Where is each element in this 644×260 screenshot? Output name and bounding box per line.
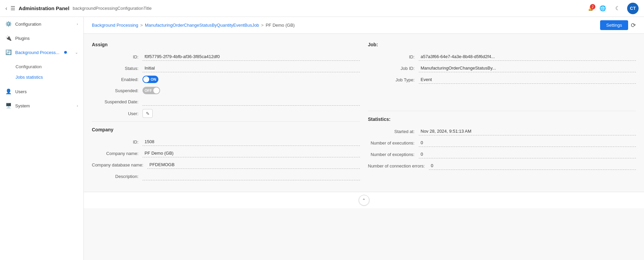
globe-icon[interactable]: 🌐: [597, 3, 608, 14]
assign-status-label: Status:: [92, 66, 143, 71]
company-id-input[interactable]: [143, 138, 360, 146]
avatar[interactable]: CT: [627, 3, 639, 14]
stats-connection-errors-row: Number of connection errors:: [368, 162, 636, 170]
job-id-input[interactable]: [419, 53, 636, 61]
assign-suspended-label: Suspended:: [92, 88, 143, 93]
stats-executions-row: Number of executions:: [368, 139, 636, 147]
stats-exceptions-label: Number of exceptions:: [368, 152, 419, 157]
sidebar-sub-label: Configuration: [16, 64, 42, 69]
stats-started-at-row: Started at:: [368, 127, 636, 135]
users-icon: 👤: [5, 88, 12, 95]
sidebar-sub-item-jobs-statistics[interactable]: Jobs statistics: [0, 72, 83, 82]
notification-button[interactable]: 🔔 2: [588, 6, 593, 11]
assign-id-input[interactable]: [143, 53, 360, 61]
sidebar-item-label: Configuration: [15, 22, 41, 27]
chevron-down-icon: ⌄: [75, 50, 78, 55]
breadcrumb-sep-2: >: [261, 23, 264, 28]
assign-status-input[interactable]: [143, 64, 360, 72]
company-db-name-row: Company database name:: [92, 161, 360, 169]
job-id-row: ID:: [368, 53, 636, 61]
job-type-row: Job Type:: [368, 76, 636, 84]
company-name-row: Company name:: [92, 149, 360, 157]
breadcrumb-sep-1: >: [140, 23, 143, 28]
hamburger-icon[interactable]: ☰: [10, 5, 15, 11]
company-section-title: Company: [92, 127, 360, 132]
background-process-submenu: Configuration Jobs statistics: [0, 59, 83, 84]
stats-started-at-label: Started at:: [368, 129, 419, 134]
breadcrumb-link-bg-processing[interactable]: Background Processing: [92, 23, 138, 28]
main-content: Background Processing > ManufacturingOrd…: [84, 17, 644, 260]
sidebar-item-label: Background Process...: [15, 50, 59, 55]
stats-executions-input[interactable]: [419, 139, 636, 147]
app-subtitle: backgroundProcessingConfigurationTitle: [73, 6, 152, 11]
toggle-circle: [153, 87, 159, 94]
stats-connection-errors-label: Number of connection errors:: [368, 163, 429, 168]
breadcrumb-bar: Background Processing > ManufacturingOrd…: [84, 17, 644, 34]
scroll-up-button[interactable]: ⌃: [359, 195, 369, 206]
sidebar-item-label: Users: [15, 89, 27, 94]
toggle-on-label: ON: [151, 77, 156, 81]
company-name-label: Company name:: [92, 151, 143, 156]
company-id-row: ID:: [92, 138, 360, 146]
enabled-toggle[interactable]: ON: [143, 76, 158, 83]
sidebar-sub-item-configuration[interactable]: Configuration: [0, 61, 83, 72]
content-grid: Assign ID: Status: Enabl: [92, 42, 636, 184]
company-id-label: ID:: [92, 139, 143, 145]
company-db-name-label: Company database name:: [92, 162, 147, 167]
breadcrumb: Background Processing > ManufacturingOrd…: [92, 23, 295, 28]
sidebar-item-users[interactable]: 👤 Users: [0, 84, 83, 99]
top-navigation: ‹ ☰ Administration Panel backgroundProce…: [0, 0, 644, 17]
back-icon[interactable]: ‹: [5, 5, 7, 11]
sidebar-sub-label: Jobs statistics: [16, 75, 43, 80]
refresh-button[interactable]: ⟳: [631, 22, 636, 29]
job-job-id-label: Job ID:: [368, 66, 419, 71]
stats-connection-errors-input[interactable]: [429, 162, 636, 170]
dark-mode-icon[interactable]: ☾: [612, 3, 623, 14]
assign-enabled-label: Enabled:: [92, 77, 143, 82]
sidebar-item-system[interactable]: 🖥️ System ›: [0, 99, 83, 113]
page-content: Assign ID: Status: Enabl: [84, 34, 644, 192]
plugins-icon: 🔌: [5, 35, 12, 41]
app-title: Administration Panel: [19, 5, 69, 11]
company-description-row: Description:: [92, 172, 360, 180]
breadcrumb-link-job[interactable]: ManufacturingOrderChangeStatusByQuantity…: [145, 23, 259, 28]
sidebar-item-configuration[interactable]: ⚙️ Configuration ›: [0, 17, 83, 31]
assign-user-row: User: ✎: [92, 109, 360, 118]
suspended-toggle[interactable]: OFF: [143, 87, 160, 94]
user-edit-button[interactable]: ✎: [143, 109, 153, 118]
notification-badge: 2: [590, 4, 595, 9]
chevron-right-icon: ›: [77, 104, 78, 108]
sidebar-item-background-process[interactable]: 🔄 Background Process... ⌄: [0, 45, 83, 59]
active-dot-badge: [64, 51, 67, 54]
job-type-label: Job Type:: [368, 77, 419, 82]
job-type-input[interactable]: [419, 76, 636, 84]
job-job-id-input[interactable]: [419, 64, 636, 72]
assign-suspended-date-label: Suspended Date:: [92, 99, 143, 104]
breadcrumb-current: PF Demo (GB): [266, 23, 295, 28]
company-description-input[interactable]: [143, 172, 360, 180]
assign-suspended-date-input[interactable]: [143, 98, 360, 106]
sidebar-item-label: Plugins: [15, 36, 30, 41]
sidebar-item-label: System: [15, 103, 30, 108]
configuration-icon: ⚙️: [5, 21, 12, 27]
scroll-up-bar: ⌃: [84, 192, 644, 208]
statistics-section: Statistics: Started at: Number of execut…: [368, 116, 636, 170]
job-section: Job: ID: Job ID:: [368, 42, 636, 84]
assign-status-row: Status:: [92, 64, 360, 72]
stats-started-at-input[interactable]: [419, 127, 636, 135]
company-name-input[interactable]: [143, 149, 360, 157]
breadcrumb-actions: Settings ⟳: [600, 20, 636, 30]
system-icon: 🖥️: [5, 103, 12, 109]
stats-exceptions-input[interactable]: [419, 150, 636, 158]
sidebar-item-plugins[interactable]: 🔌 Plugins: [0, 31, 83, 45]
toggle-off-label: OFF: [145, 88, 152, 93]
settings-button[interactable]: Settings: [600, 20, 628, 30]
sidebar: ⚙️ Configuration › 🔌 Plugins 🔄 Backgroun…: [0, 17, 84, 260]
section-divider-2: [368, 111, 636, 111]
stats-executions-label: Number of executions:: [368, 140, 419, 146]
toggle-circle: [143, 76, 149, 82]
background-process-icon: 🔄: [5, 49, 12, 55]
section-divider: [92, 121, 360, 122]
company-description-label: Description:: [92, 174, 143, 179]
company-db-name-input[interactable]: [147, 161, 360, 169]
